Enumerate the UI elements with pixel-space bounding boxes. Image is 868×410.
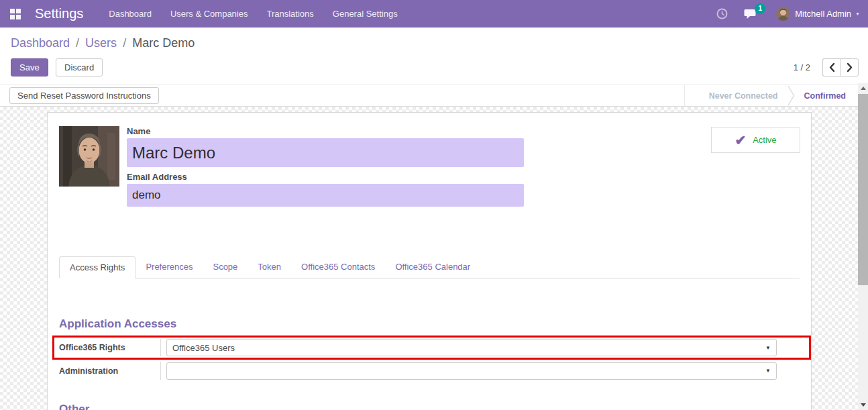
scrollbar-up-button[interactable] bbox=[858, 83, 868, 93]
apps-menu-icon[interactable] bbox=[5, 4, 25, 24]
chevron-right-icon bbox=[846, 62, 853, 72]
breadcrumb-separator: / bbox=[76, 36, 79, 50]
pager: 1 / 2 bbox=[794, 58, 859, 76]
notebook-tabs: Access Rights Preferences Scope Token Of… bbox=[59, 256, 800, 278]
tab-scope[interactable]: Scope bbox=[203, 256, 248, 278]
save-button[interactable]: Save bbox=[11, 58, 48, 76]
navbar-left: Settings Dashboard Users & Companies Tra… bbox=[5, 0, 407, 28]
check-icon: ✔ bbox=[735, 132, 746, 148]
page: Settings Dashboard Users & Companies Tra… bbox=[0, 0, 868, 410]
email-input[interactable] bbox=[127, 184, 524, 207]
administration-widget: ▼ bbox=[166, 362, 800, 380]
breadcrumb-users[interactable]: Users bbox=[85, 36, 117, 50]
pager-previous-button[interactable] bbox=[822, 58, 840, 76]
tab-token[interactable]: Token bbox=[248, 256, 291, 278]
nav-item-users-companies[interactable]: Users & Companies bbox=[161, 0, 258, 28]
messages-badge: 1 bbox=[755, 3, 765, 14]
nav-item-dashboard[interactable]: Dashboard bbox=[99, 0, 161, 28]
tab-access-rights[interactable]: Access Rights bbox=[59, 256, 135, 278]
administration-row: Administration ▼ bbox=[59, 362, 800, 380]
tab-office365-contacts[interactable]: Office365 Contacts bbox=[291, 256, 385, 278]
avatar-image bbox=[776, 7, 790, 21]
state-confirmed[interactable]: Confirmed bbox=[795, 91, 859, 101]
chevron-down-icon: ▼ bbox=[855, 11, 860, 16]
pager-next-button[interactable] bbox=[840, 58, 859, 76]
breadcrumb-current: Marc Demo bbox=[132, 36, 195, 50]
select-caret-icon: ▼ bbox=[765, 345, 771, 351]
breadcrumb-separator: / bbox=[123, 36, 126, 50]
tab-office365-calendar[interactable]: Office365 Calendar bbox=[385, 256, 480, 278]
name-label: Name bbox=[127, 126, 524, 136]
active-toggle-button[interactable]: ✔ Active bbox=[711, 127, 800, 153]
active-label: Active bbox=[753, 135, 776, 145]
tab-preferences[interactable]: Preferences bbox=[135, 256, 203, 278]
discard-button[interactable]: Discard bbox=[56, 58, 103, 76]
title-fields: Name Email Address bbox=[127, 126, 524, 207]
edit-buttons: Save Discard bbox=[11, 58, 103, 76]
app-title[interactable]: Settings bbox=[35, 6, 83, 21]
email-label: Email Address bbox=[127, 172, 524, 182]
chevron-left-icon bbox=[828, 62, 836, 72]
office365-rights-select[interactable]: Office365 Users ▼ bbox=[166, 339, 777, 356]
pager-count: 1 / 2 bbox=[794, 62, 810, 72]
form-statusbar: Send Reset Password Instructions Never C… bbox=[0, 85, 868, 107]
triangle-up-icon bbox=[861, 87, 866, 90]
office365-rights-value: Office365 Users bbox=[172, 343, 235, 353]
clock-icon bbox=[716, 8, 728, 19]
nav-item-general-settings[interactable]: General Settings bbox=[323, 0, 407, 28]
activities-clock-icon[interactable] bbox=[708, 8, 736, 19]
administration-label: Administration bbox=[59, 362, 161, 380]
navbar-right: 1 Mitchell Admin ▼ bbox=[708, 7, 860, 21]
triangle-down-icon bbox=[861, 403, 866, 407]
breadcrumb-dashboard[interactable]: Dashboard bbox=[11, 36, 70, 50]
user-photo-image bbox=[59, 126, 119, 187]
control-panel-buttons-row: Save Discard 1 / 2 bbox=[11, 58, 859, 76]
form-view-background: Name Email Address ✔ Active Access Right… bbox=[0, 107, 868, 410]
vertical-scrollbar[interactable] bbox=[858, 83, 868, 410]
user-name: Mitchell Admin bbox=[795, 9, 851, 19]
scrollbar-down-button[interactable] bbox=[858, 400, 868, 410]
statusbar-states: Never Connected Confirmed bbox=[684, 85, 858, 106]
pager-buttons bbox=[822, 58, 859, 76]
office365-rights-label: Office365 Rights bbox=[59, 339, 161, 356]
breadcrumb: Dashboard / Users / Marc Demo bbox=[11, 36, 859, 50]
state-never-connected[interactable]: Never Connected bbox=[700, 91, 788, 101]
name-input[interactable] bbox=[127, 138, 524, 167]
form-sheet: Name Email Address ✔ Active Access Right… bbox=[47, 112, 812, 410]
messages-menu[interactable]: 1 bbox=[736, 9, 765, 19]
grid-icon bbox=[10, 9, 21, 19]
select-caret-icon: ▼ bbox=[765, 368, 771, 374]
user-photo[interactable] bbox=[59, 126, 119, 187]
send-reset-password-button[interactable]: Send Reset Password Instructions bbox=[9, 87, 159, 104]
nav-item-translations[interactable]: Translations bbox=[257, 0, 323, 28]
section-title-application-accesses: Application Accesses bbox=[59, 317, 800, 331]
office365-rights-row-highlighted: Office365 Rights Office365 Users ▼ bbox=[52, 336, 811, 360]
sheet-header: Name Email Address bbox=[59, 126, 800, 207]
administration-select[interactable]: ▼ bbox=[166, 362, 777, 380]
tab-content-access-rights: Application Accesses Office365 Rights Of… bbox=[59, 278, 800, 410]
section-title-other: Other bbox=[59, 403, 800, 410]
top-navbar: Settings Dashboard Users & Companies Tra… bbox=[0, 0, 868, 28]
office365-rights-widget: Office365 Users ▼ bbox=[166, 339, 809, 356]
user-avatar bbox=[776, 7, 790, 21]
statusbar-arrow-icon bbox=[788, 85, 795, 107]
user-menu[interactable]: Mitchell Admin ▼ bbox=[776, 7, 860, 21]
control-panel: Dashboard / Users / Marc Demo Save Disca… bbox=[0, 28, 868, 85]
scrollbar-thumb[interactable] bbox=[858, 94, 868, 285]
